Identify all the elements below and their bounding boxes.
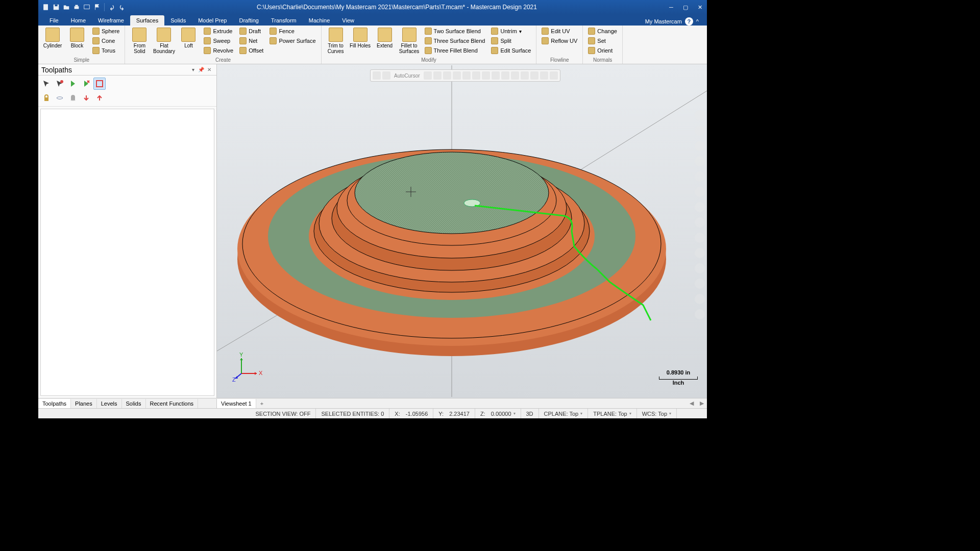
qt-12[interactable] (695, 279, 705, 289)
fence-button[interactable]: Fence (267, 27, 317, 36)
sheet-nav-next[interactable]: ▶ (697, 400, 707, 407)
viewport[interactable]: AutoCursor X Y Z 0.8930 in Inch (217, 64, 707, 398)
tab-solids[interactable]: Solids (164, 15, 192, 26)
my-mastercam-link[interactable]: My Mastercam (645, 18, 682, 24)
offset-button[interactable]: Offset (237, 46, 265, 55)
cone-button[interactable]: Cone (90, 36, 121, 45)
status-x[interactable]: X: -1.05956 (389, 409, 433, 418)
autocursor-toolbar[interactable]: AutoCursor (370, 69, 560, 82)
three-fillet-blend-button[interactable]: Three Fillet Blend (423, 46, 487, 55)
orient-button[interactable]: Orient (586, 46, 619, 55)
fillet-to-surfaces-button[interactable]: Fillet to Surfaces (398, 27, 421, 54)
tab-file[interactable]: File (43, 15, 65, 26)
qt-2[interactable] (695, 126, 705, 136)
extrude-button[interactable]: Extrude (202, 27, 235, 36)
cylinder-button[interactable]: Cylinder (41, 27, 64, 48)
save-icon[interactable] (52, 3, 61, 12)
panel-tab-solids[interactable]: Solids (122, 399, 146, 408)
loft-button[interactable]: Loft (177, 27, 200, 48)
panel-pin-icon[interactable]: 📌 (197, 66, 205, 74)
backplot-button[interactable] (93, 78, 106, 90)
tab-model-prep[interactable]: Model Prep (192, 15, 233, 26)
qt-3[interactable] (695, 141, 705, 151)
untrim-button[interactable]: Untrim ▾ (489, 27, 533, 36)
print-icon[interactable] (72, 3, 81, 12)
trim-to-curves-button[interactable]: Trim to Curves (325, 27, 347, 54)
tab-home[interactable]: Home (65, 15, 92, 26)
tab-drafting[interactable]: Drafting (233, 15, 265, 26)
tab-surfaces[interactable]: Surfaces (130, 15, 164, 26)
power-surface-button[interactable]: Power Surface (267, 36, 317, 45)
open-icon[interactable] (62, 3, 71, 12)
extend-button[interactable]: Extend (374, 27, 396, 48)
toolpaths-tree[interactable] (40, 109, 214, 396)
viewsheet-tab[interactable]: Viewsheet 1 (217, 399, 256, 408)
move-up-button[interactable] (93, 92, 106, 104)
draft-button[interactable]: Draft (237, 27, 265, 36)
qt-9[interactable] (695, 233, 705, 243)
panel-tab-recent[interactable]: Recent Functions (146, 399, 199, 408)
qt-5[interactable] (695, 171, 705, 182)
qt-7[interactable] (695, 202, 705, 212)
close-button[interactable]: ✕ (693, 0, 707, 14)
status-cplane[interactable]: CPLANE: Top (538, 409, 588, 418)
qt-14[interactable] (695, 309, 705, 319)
edit-uv-button[interactable]: Edit UV (540, 27, 579, 36)
sheet-nav-prev[interactable]: ◀ (687, 400, 697, 407)
lock-button[interactable] (40, 92, 53, 104)
panel-tab-levels[interactable]: Levels (97, 399, 122, 408)
fill-holes-button[interactable]: Fill Holes (349, 27, 372, 48)
status-y[interactable]: Y: 2.23417 (433, 409, 475, 418)
status-section-view[interactable]: SECTION VIEW: OFF (251, 409, 316, 418)
qt-1[interactable] (695, 110, 705, 120)
add-viewsheet-button[interactable]: + (256, 399, 267, 408)
maximize-button[interactable]: ▢ (678, 0, 693, 14)
screen-icon[interactable] (82, 3, 91, 12)
tab-machine[interactable]: Machine (303, 15, 336, 26)
set-button[interactable]: Set (586, 36, 619, 45)
from-solid-button[interactable]: From Solid (128, 27, 151, 54)
undo-icon[interactable] (107, 3, 116, 12)
panel-close-icon[interactable]: ✕ (205, 66, 213, 74)
move-down-button[interactable] (80, 92, 92, 104)
three-surface-blend-button[interactable]: Three Surface Blend (423, 36, 487, 45)
torus-button[interactable]: Torus (90, 46, 121, 55)
split-button[interactable]: Split (489, 36, 533, 45)
qt-13[interactable] (695, 294, 705, 304)
qt-4[interactable] (695, 156, 705, 166)
status-wcs[interactable]: WCS: Top (636, 409, 676, 418)
new-icon[interactable] (41, 3, 51, 12)
change-button[interactable]: Change (586, 27, 619, 36)
flat-boundary-button[interactable]: Flat Boundary (153, 27, 175, 54)
flag-icon[interactable] (92, 3, 102, 12)
select-dirty-button[interactable] (54, 78, 66, 90)
sphere-button[interactable]: Sphere (90, 27, 121, 36)
qt-10[interactable] (695, 248, 705, 258)
status-extra[interactable] (676, 409, 707, 418)
tab-wireframe[interactable]: Wireframe (92, 15, 130, 26)
two-surface-blend-button[interactable]: Two Surface Blend (423, 27, 487, 36)
panel-tab-toolpaths[interactable]: Toolpaths (38, 399, 71, 408)
net-button[interactable]: Net (237, 36, 265, 45)
sweep-button[interactable]: Sweep (202, 36, 235, 45)
panel-tab-planes[interactable]: Planes (71, 399, 97, 408)
status-tplane[interactable]: TPLANE: Top (587, 409, 636, 418)
status-z[interactable]: Z: 0.00000 (475, 409, 521, 418)
regen-selected-button[interactable] (67, 78, 79, 90)
status-mode[interactable]: 3D (521, 409, 538, 418)
reflow-uv-button[interactable]: Reflow UV (540, 36, 579, 45)
qt-8[interactable] (695, 217, 705, 228)
toggle-display-button[interactable] (54, 92, 66, 104)
collapse-ribbon-icon[interactable]: ^ (696, 18, 699, 24)
tab-view[interactable]: View (336, 15, 360, 26)
block-button[interactable]: Block (66, 27, 88, 48)
redo-icon[interactable] (117, 3, 127, 12)
select-all-button[interactable] (40, 78, 53, 90)
edit-surface-button[interactable]: Edit Surface (489, 46, 533, 55)
minimize-button[interactable]: ─ (664, 0, 678, 14)
help-icon[interactable]: ? (685, 17, 693, 26)
qt-6[interactable] (695, 187, 705, 197)
qt-11[interactable] (695, 263, 705, 273)
panel-dropdown-icon[interactable]: ▾ (189, 66, 197, 74)
regen-dirty-button[interactable] (80, 78, 92, 90)
